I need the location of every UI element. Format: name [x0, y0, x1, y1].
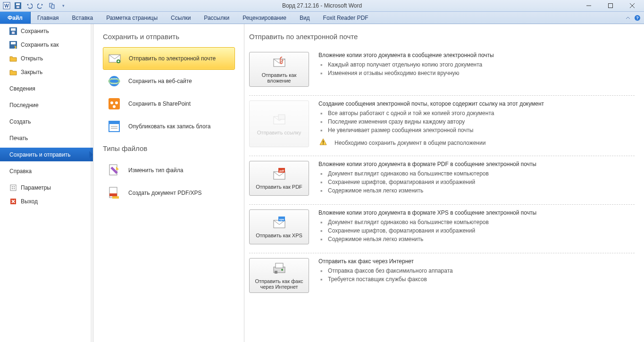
option-label: Изменить тип файла [128, 167, 183, 174]
button-send-fax[interactable]: Отправить как факс через Интернет [249, 258, 309, 293]
save-icon[interactable] [13, 1, 23, 10]
option-save-web[interactable]: Сохранить на веб-сайте [103, 70, 235, 92]
sidebar-label: Сведения [9, 85, 35, 92]
sidebar-item-save[interactable]: Сохранить [0, 24, 93, 38]
close-button[interactable] [626, 1, 638, 10]
tab-references[interactable]: Ссылки [164, 12, 197, 24]
sidebar-item-info[interactable]: Сведения [0, 82, 93, 95]
svg-rect-20 [14, 186, 15, 187]
button-send-pdf[interactable]: pdf Отправить как PDF [249, 161, 309, 196]
fax-icon [272, 261, 287, 276]
svg-text:xps: xps [279, 218, 284, 221]
pdf-icon: pdf [272, 167, 287, 182]
globe-icon [108, 75, 121, 88]
desc-title: Создание сообщения электронной почты, ко… [318, 100, 635, 107]
sidebar-item-recent[interactable]: Последние [0, 98, 93, 112]
sidebar-label: Выход [21, 198, 38, 205]
svg-rect-6 [51, 5, 54, 8]
sidebar-label: Сохранить [21, 28, 49, 34]
svg-point-33 [113, 105, 116, 108]
svg-rect-19 [12, 186, 13, 187]
desc-title: Вложение копии этого документа в сообщен… [318, 52, 635, 58]
tab-review[interactable]: Рецензирование [236, 12, 293, 24]
sidebar-item-close[interactable]: Закрыть [0, 65, 93, 79]
desc-area: Вложение копии этого документа в сообщен… [318, 52, 635, 87]
option-send-email[interactable]: Отправить по электронной почте [103, 47, 235, 70]
sidebar-label: Последние [9, 102, 39, 108]
tab-foxit-pdf[interactable]: Foxit Reader PDF [317, 12, 375, 24]
undo-icon[interactable] [25, 1, 34, 10]
svg-rect-21 [12, 188, 13, 189]
section-heading-file-types: Типы файлов [103, 144, 244, 152]
block-send-link: Отправить ссылку Создание сообщения элек… [249, 96, 635, 156]
ribbon-tabs: Файл Главная Вставка Разметка страницы С… [0, 12, 644, 24]
minimize-button[interactable] [583, 1, 595, 10]
tab-home[interactable]: Главная [31, 12, 66, 24]
option-create-pdf-xps[interactable]: Создать документ PDF/XPS [103, 182, 235, 204]
section-heading-save-send: Сохранить и отправить [103, 33, 244, 41]
sidebar-item-save-send[interactable]: Сохранить и отправить [0, 148, 93, 161]
tab-insert[interactable]: Вставка [66, 12, 100, 24]
qat-extra-icon[interactable] [47, 1, 57, 10]
tab-page-layout[interactable]: Разметка страницы [100, 12, 164, 24]
save-send-categories: Сохранить и отправить Отправить по элект… [93, 24, 244, 342]
attach-icon [272, 55, 287, 70]
svg-rect-40 [109, 193, 117, 196]
maximize-button[interactable] [604, 1, 617, 10]
svg-rect-3 [16, 3, 20, 5]
sidebar-item-new[interactable]: Создать [0, 115, 93, 128]
qat-customize-dropdown[interactable]: ▾ [59, 1, 68, 10]
bullet: Требуется поставщик службы факсов [318, 275, 635, 284]
help-icon[interactable]: ? [634, 14, 641, 22]
option-publish-blog[interactable]: Опубликовать как запись блога [103, 115, 235, 138]
sidebar-label: Закрыть [21, 69, 42, 75]
tab-view[interactable]: Вид [293, 12, 317, 24]
svg-rect-54 [276, 263, 283, 268]
button-send-link: Отправить ссылку [249, 100, 309, 147]
button-label: Отправить как PDF [256, 184, 302, 190]
sidebar-item-exit[interactable]: Выход [0, 194, 93, 208]
quick-access-toolbar: W ▾ [0, 1, 68, 10]
sidebar-label: Параметры [21, 184, 51, 191]
desc-title: Вложение копии этого документа в формате… [318, 161, 635, 167]
button-send-xps[interactable]: xps Отправить как XPS [249, 209, 309, 244]
sidebar-item-print[interactable]: Печать [0, 131, 93, 145]
mail-icon [108, 52, 121, 65]
sidebar-label: Создать [9, 118, 31, 125]
option-label: Создать документ PDF/XPS [128, 190, 202, 196]
minimize-ribbon-icon[interactable] [624, 14, 632, 22]
sidebar-item-options[interactable]: Параметры [0, 181, 93, 194]
save-icon [9, 27, 17, 35]
option-change-file-type[interactable]: Изменить тип файла [103, 159, 235, 182]
warning-row: Необходимо сохранить документ в общем ра… [318, 138, 635, 147]
option-label: Сохранить на веб-сайте [128, 78, 192, 84]
button-send-attachment[interactable]: Отправить как вложение [249, 52, 309, 87]
bullet: Содержимое нельзя легко изменить [318, 186, 635, 195]
svg-point-31 [110, 101, 113, 104]
svg-rect-8 [609, 4, 613, 8]
bullet: Сохранение шрифтов, форматирования и изо… [318, 226, 635, 235]
bullet: Последние изменения сразу видны каждому … [318, 117, 635, 126]
svg-text:W: W [4, 3, 9, 8]
tab-mailings[interactable]: Рассылки [197, 12, 236, 24]
file-tab[interactable]: Файл [0, 12, 31, 24]
titlebar: W ▾ Ворд 27.12.16 - Microsoft Word [0, 0, 644, 12]
bullet: Изменения и отзывы необходимо внести вру… [318, 69, 635, 77]
block-send-attachment: Отправить как вложение Вложение копии эт… [249, 47, 635, 96]
sharepoint-icon [108, 97, 121, 110]
sidebar-item-open[interactable]: Открыть [0, 51, 93, 65]
send-email-panel: Отправить по электронной почте Отправить… [244, 24, 644, 342]
open-icon [9, 55, 17, 62]
option-save-sharepoint[interactable]: Сохранить в SharePoint [103, 92, 235, 115]
svg-text:?: ? [636, 16, 639, 20]
svg-rect-44 [278, 115, 285, 119]
sidebar-label: Справка [9, 168, 32, 175]
link-icon [272, 113, 287, 128]
redo-icon[interactable] [36, 1, 45, 10]
word-app-icon[interactable]: W [2, 1, 11, 10]
desc-area: Вложение копии этого документа в формате… [318, 161, 635, 196]
sidebar-item-save-as[interactable]: Сохранить как [0, 38, 93, 51]
sidebar-item-help[interactable]: Справка [0, 164, 93, 178]
option-label: Отправить по электронной почте [129, 55, 216, 62]
button-label: Отправить как факс через Интернет [251, 278, 307, 290]
